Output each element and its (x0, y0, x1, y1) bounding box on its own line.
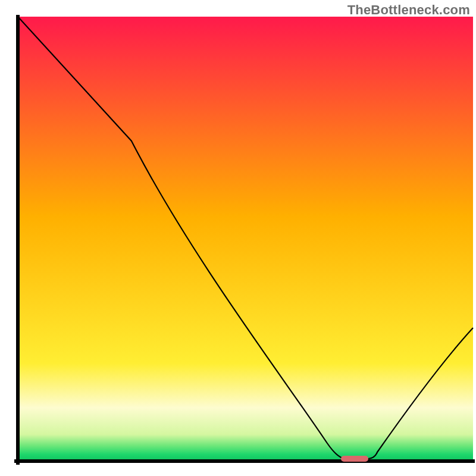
watermark-attribution: TheBottleneck.com (347, 2, 470, 18)
gradient-background (18, 17, 473, 461)
chart-svg (0, 0, 476, 476)
optimal-range-marker (341, 456, 368, 462)
chart-stage: TheBottleneck.com (0, 0, 476, 476)
